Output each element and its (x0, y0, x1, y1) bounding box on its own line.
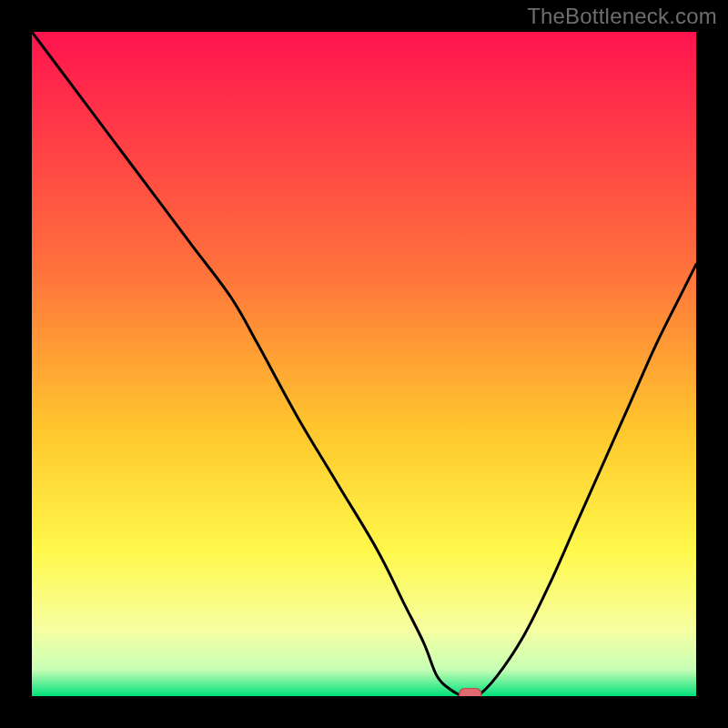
optimum-marker (460, 689, 481, 697)
plot-area (32, 32, 696, 696)
chart-gradient-background (32, 32, 696, 696)
attribution-text: TheBottleneck.com (527, 4, 717, 29)
chart-frame: TheBottleneck.com (0, 0, 728, 728)
chart-svg (32, 32, 696, 696)
